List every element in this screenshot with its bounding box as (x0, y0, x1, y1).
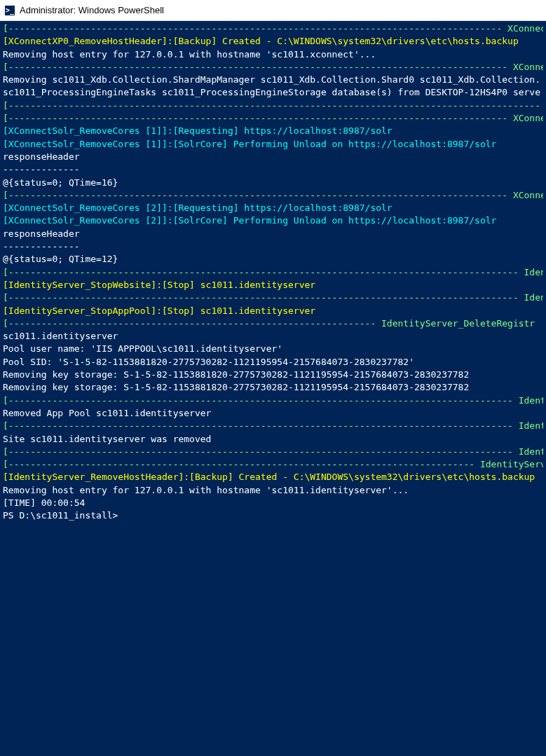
terminal-line: [---------------------------------------… (3, 291, 543, 304)
terminal-line: sc1011.identityserver (3, 330, 543, 343)
terminal-line: responseHeader (3, 151, 543, 163)
prompt-line[interactable]: PS D:\sc1011_install> (3, 509, 543, 522)
terminal-line: sc1011_ProcessingEngineTasks sc1011_Proc… (3, 86, 543, 99)
terminal-line: [---------------------------------------… (3, 189, 543, 202)
powershell-icon: >_ (4, 5, 15, 16)
terminal-line: [---------------------------------------… (3, 61, 543, 74)
terminal-line: [IdentityServer_StopWebsite]:[Stop] sc10… (3, 279, 543, 291)
terminal-line: [---------------------------------------… (3, 112, 543, 125)
terminal-line: @{status=0; QTime=12} (3, 253, 543, 266)
terminal-line: Removing key storage: S-1-5-82-115388182… (3, 369, 543, 381)
terminal-line: [IdentityServer_RemoveHostHeader]:[Backu… (3, 471, 543, 483)
terminal-line: [---------------------------------------… (3, 458, 543, 471)
terminal-output[interactable]: [---------------------------------------… (0, 21, 546, 756)
terminal-line: [---------------------------------------… (3, 446, 543, 458)
terminal-line: @{status=0; QTime=16} (3, 177, 543, 189)
cursor-icon (118, 511, 123, 521)
terminal-line: Removed App Pool sc1011.identityserver (3, 407, 543, 420)
terminal-line: Pool SID: 'S-1-5-82-1153881820-277573028… (3, 356, 543, 369)
terminal-line: [XConnectSolr_RemoveCores [1]]:[SolrCore… (3, 138, 543, 151)
terminal-line: [XConnectSolr_RemoveCores [2]]:[Requesti… (3, 202, 543, 214)
terminal-line: Removing sc1011_Xdb.Collection.ShardMapM… (3, 74, 543, 86)
terminal-line: responseHeader (3, 228, 543, 240)
window-titlebar[interactable]: >_ Administrator: Windows PowerShell (0, 0, 546, 21)
terminal-line: [XConnectSolr_RemoveCores [1]]:[Requesti… (3, 125, 543, 137)
terminal-line: Pool user name: 'IIS APPPOOL\sc1011.iden… (3, 343, 543, 355)
terminal-line: Removing host entry for 127.0.0.1 with h… (3, 484, 543, 497)
window-title: Administrator: Windows PowerShell (20, 5, 164, 15)
terminal-line: [---------------------------------------… (3, 420, 543, 432)
terminal-line: [---------------------------------------… (3, 22, 543, 35)
terminal-line: [XConnectXP0_RemoveHostHeader]:[Backup] … (3, 35, 543, 48)
terminal-line: Removing key storage: S-1-5-82-115388182… (3, 381, 543, 394)
terminal-line: [---------------------------------------… (3, 99, 543, 112)
terminal-line: [TIME] 00:00:54 (3, 497, 543, 509)
terminal-line: [---------------------------------------… (3, 317, 543, 330)
terminal-line: [XConnectSolr_RemoveCores [2]]:[SolrCore… (3, 214, 543, 227)
terminal-line: [---------------------------------------… (3, 266, 543, 279)
terminal-line: [IdentityServer_StopAppPool]:[Stop] sc10… (3, 305, 543, 317)
terminal-line: -------------- (3, 240, 543, 253)
terminal-line: Site sc1011.identityserver was removed (3, 433, 543, 446)
terminal-line: Removing host entry for 127.0.0.1 with h… (3, 48, 543, 61)
terminal-line: [---------------------------------------… (3, 394, 543, 407)
terminal-line: -------------- (3, 163, 543, 176)
prompt-text: PS D:\sc1011_install> (3, 510, 118, 521)
